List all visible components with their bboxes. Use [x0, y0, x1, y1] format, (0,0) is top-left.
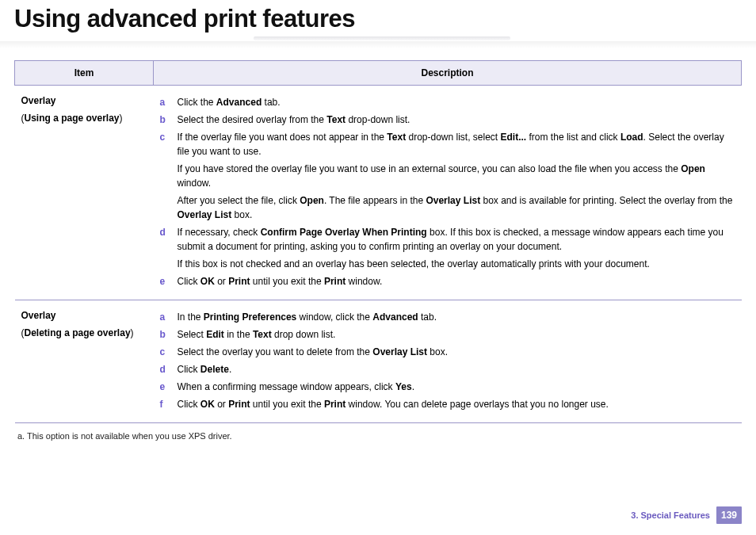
col-header-item: Item [15, 61, 154, 86]
step-item: eWhen a confirming message window appear… [160, 378, 735, 396]
item-cell: Overlay(Deleting a page overlay) [15, 300, 154, 423]
step-extra: If you have stored the overlay file you … [178, 162, 735, 190]
step-marker: b [160, 327, 170, 342]
step-item: aClick the Advanced tab. [160, 94, 735, 111]
step-item: dClick Delete. [160, 361, 735, 378]
step-marker: a [160, 310, 170, 324]
header-divider [0, 41, 756, 49]
step-marker: b [160, 113, 170, 127]
step-body: If necessary, check Confirm Page Overlay… [178, 225, 735, 271]
step-item: bSelect Edit in the Text drop down list. [160, 326, 735, 343]
table-row: Overlay(Using a page overlay)aClick the … [15, 86, 742, 300]
step-item: bSelect the desired overlay from the Tex… [160, 111, 735, 128]
feature-table: Item Description Overlay(Using a page ov… [14, 60, 742, 423]
footnote-a: a. This option is not available when you… [14, 431, 742, 441]
step-extra: After you select the file, click Open. T… [178, 193, 735, 222]
step-marker: d [160, 362, 170, 376]
step-marker: c [160, 345, 170, 359]
step-item: cSelect the overlay you want to delete f… [160, 343, 735, 361]
step-item: fClick OK or Print until you exit the Pr… [160, 396, 735, 413]
description-cell: aIn the Printing Preferences window, cli… [154, 300, 742, 423]
item-title: Overlay [21, 308, 147, 323]
step-body: If the overlay file you want does not ap… [178, 130, 735, 222]
step-body: Click OK or Print until you exit the Pri… [178, 397, 735, 411]
col-header-description: Description [154, 61, 742, 86]
step-marker: c [160, 130, 170, 222]
step-body: Select the overlay you want to delete fr… [178, 345, 735, 359]
item-subtitle: (Using a page overlay) [21, 111, 147, 125]
step-list: aIn the Printing Preferences window, cli… [160, 308, 735, 413]
step-item: cIf the overlay file you want does not a… [160, 128, 735, 224]
step-marker: e [160, 380, 170, 394]
step-marker: d [160, 225, 170, 271]
step-body: When a confirming message window appears… [178, 380, 735, 394]
footer-chapter: 3. Special Features [631, 510, 710, 520]
step-body: Click Delete. [178, 362, 735, 376]
step-marker: f [160, 397, 170, 411]
item-title: Overlay [21, 94, 147, 108]
step-body: Click OK or Print until you exit the Pri… [178, 274, 735, 289]
step-item: aIn the Printing Preferences window, cli… [160, 308, 735, 326]
page-title: Using advanced print features [14, 0, 742, 41]
step-item: dIf necessary, check Confirm Page Overla… [160, 224, 735, 273]
page-footer: 3. Special Features 139 [631, 506, 742, 524]
step-item: eClick OK or Print until you exit the Pr… [160, 273, 735, 290]
step-extra: If this box is not checked and an overla… [178, 257, 735, 271]
item-cell: Overlay(Using a page overlay) [15, 86, 154, 300]
step-body: Select Edit in the Text drop down list. [178, 327, 735, 342]
step-marker: e [160, 274, 170, 289]
step-body: Select the desired overlay from the Text… [178, 113, 735, 127]
footer-page-number: 139 [716, 506, 742, 524]
step-body: Click the Advanced tab. [178, 95, 735, 109]
table-row: Overlay(Deleting a page overlay)aIn the … [15, 300, 742, 423]
step-body: In the Printing Preferences window, clic… [178, 310, 735, 324]
step-marker: a [160, 95, 170, 109]
header-gradient [254, 36, 510, 40]
item-subtitle: (Deleting a page overlay) [21, 326, 147, 340]
step-list: aClick the Advanced tab.bSelect the desi… [160, 94, 735, 290]
description-cell: aClick the Advanced tab.bSelect the desi… [154, 86, 742, 300]
